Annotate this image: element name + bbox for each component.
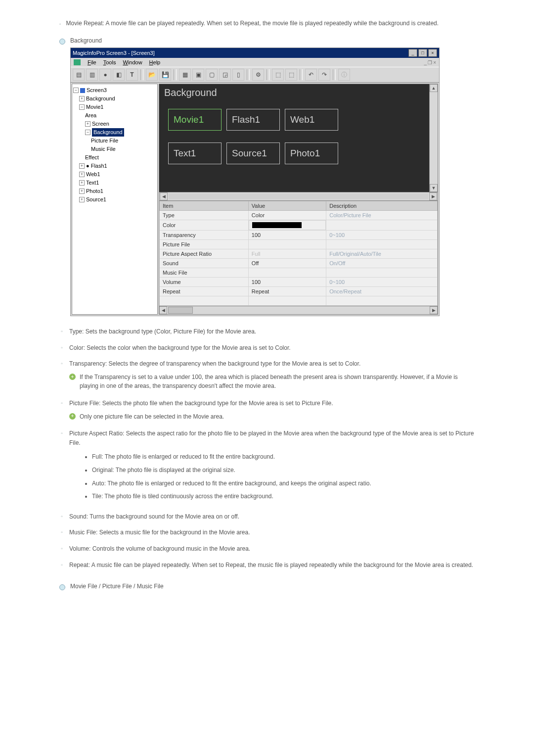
- prop-row-volume[interactable]: Volume1000~100: [160, 278, 438, 287]
- bullet-icon: ▫: [59, 514, 64, 521]
- tool-al4[interactable]: ▯: [232, 69, 244, 81]
- mdi-close-icon[interactable]: ×: [433, 60, 436, 65]
- tree-background[interactable]: + Background: [73, 94, 156, 103]
- prop-row-empty: [160, 296, 438, 306]
- tile-source1[interactable]: Source1: [226, 142, 280, 164]
- scroll-right-icon[interactable]: ▶: [429, 192, 437, 200]
- tile-text1[interactable]: Text1: [168, 142, 222, 164]
- intro-movie-repeat: ▫ Movie Repeat: A movie file can be play…: [59, 20, 475, 27]
- tool-info[interactable]: ⓘ: [338, 69, 350, 81]
- tree-text1[interactable]: + Text1: [73, 179, 156, 187]
- menu-file[interactable]: File: [88, 59, 96, 65]
- mdi-restore-icon[interactable]: ❐: [428, 60, 432, 65]
- tool-redo[interactable]: ↷: [318, 69, 330, 81]
- menu-window[interactable]: Window: [123, 59, 142, 65]
- tree-source1[interactable]: + Source1: [73, 195, 156, 204]
- toolbar-sep-2: [174, 69, 177, 80]
- tree-effect[interactable]: Effect: [73, 153, 156, 162]
- close-button[interactable]: ×: [428, 49, 437, 57]
- tool-al3[interactable]: ◲: [219, 69, 231, 81]
- props-scroll-h[interactable]: ◀ ▶: [159, 306, 438, 315]
- titlebar: MagicInfoPro Screen3 - [Screen3] _ □ ×: [71, 48, 439, 58]
- app-icon: [74, 59, 81, 65]
- toolbar-sep-5: [300, 69, 303, 80]
- tree-picture-file[interactable]: Picture File: [73, 137, 156, 145]
- prop-row-sound[interactable]: SoundOffOn/Off: [160, 259, 438, 268]
- props-scroll-thumb[interactable]: [168, 307, 193, 314]
- prop-row-color[interactable]: Color: [160, 220, 438, 231]
- doc-transparency-note: If the Transparency is set to a value un…: [80, 373, 475, 391]
- section-moviefiles-title: Movie File / Picture File / Music File: [70, 583, 164, 590]
- bullet-icon: ▫: [59, 400, 64, 422]
- tool-gear[interactable]: ⚙: [252, 69, 264, 81]
- doc-color: Color: Selects the color when the backgr…: [69, 343, 475, 353]
- tool-undo[interactable]: ↶: [305, 69, 317, 81]
- tree-flash1[interactable]: + ● Flash1: [73, 162, 156, 170]
- properties-panel: Item Value Description TypeColorColor/Pi…: [159, 201, 438, 306]
- toolbar: ▤ ▥ ● ◧ T 📂 💾 ▦ ▣ ▢ ◲ ▯ ⚙ ⬚ ⬚ ↶ ↷ ⓘ: [71, 67, 439, 83]
- prop-row-aspect[interactable]: Picture Aspect RatioFullFull/Original/Au…: [160, 249, 438, 259]
- mdi-minimize-icon[interactable]: _: [424, 60, 427, 65]
- tree-root[interactable]: − Screen3: [73, 86, 156, 94]
- props-scroll-left-icon[interactable]: ◀: [159, 306, 167, 314]
- menu-help[interactable]: Help: [149, 59, 161, 65]
- tool-snap[interactable]: ▦: [179, 69, 191, 81]
- toolbar-sep-3: [247, 69, 250, 80]
- doc-transparency: Transparency: Selects the degree of tran…: [69, 359, 475, 392]
- tree-photo1[interactable]: + Photo1: [73, 187, 156, 195]
- doc-volume: Volume: Controls the volume of backgroun…: [69, 544, 475, 554]
- tool-3[interactable]: ●: [99, 69, 111, 81]
- tree-area[interactable]: Area: [73, 111, 156, 120]
- canvas-area[interactable]: Background Movie1 Flash1 Web1 Text1 Sour…: [159, 84, 438, 192]
- props-scroll-right-icon[interactable]: ▶: [430, 306, 438, 314]
- app-window: MagicInfoPro Screen3 - [Screen3] _ □ × F…: [70, 47, 440, 316]
- tile-photo1[interactable]: Photo1: [285, 142, 338, 164]
- prop-row-type[interactable]: TypeColorColor/Picture File: [160, 211, 438, 220]
- tool-4[interactable]: ◧: [113, 69, 125, 81]
- section-moviefiles-head: Movie File / Picture File / Music File: [59, 582, 475, 590]
- tool-text[interactable]: T: [126, 69, 138, 81]
- tool-front[interactable]: ⬚: [272, 69, 284, 81]
- doc-picturefile: Picture File: Selects the photo file whe…: [69, 399, 475, 422]
- tool-2[interactable]: ▥: [86, 69, 98, 81]
- aspect-full: Full: The photo file is enlarged or redu…: [92, 452, 475, 462]
- tile-flash1[interactable]: Flash1: [226, 109, 280, 131]
- doc-picturefile-note: Only one picture file can be selected in…: [80, 412, 475, 422]
- bullet-icon: ▫: [59, 546, 64, 554]
- maximize-button[interactable]: □: [418, 49, 427, 57]
- minimize-button[interactable]: _: [408, 49, 417, 57]
- prop-row-picturefile[interactable]: Picture File: [160, 240, 438, 249]
- bullet-icon: ▫: [59, 329, 64, 336]
- tree-screen[interactable]: + Screen: [73, 120, 156, 128]
- tool-al2[interactable]: ▢: [206, 69, 218, 81]
- prop-row-transparency[interactable]: Transparency1000~100: [160, 231, 438, 240]
- tool-1[interactable]: ▤: [73, 69, 85, 81]
- tree-music-file[interactable]: Music File: [73, 145, 156, 153]
- prop-row-repeat[interactable]: RepeatRepeatOnce/Repeat: [160, 287, 438, 296]
- doc-repeat: Repeat: A music file can be played repea…: [69, 561, 475, 570]
- toolbar-sep-4: [267, 69, 269, 80]
- canvas-scroll-v[interactable]: ▲▼: [429, 84, 438, 192]
- canvas-scroll-h[interactable]: ◀▶: [159, 192, 438, 201]
- scroll-up-icon[interactable]: ▲: [430, 84, 438, 92]
- tile-web1[interactable]: Web1: [285, 109, 338, 131]
- toolbar-sep-6: [333, 69, 336, 80]
- tool-save[interactable]: 💾: [159, 69, 171, 81]
- tool-open[interactable]: 📂: [146, 69, 158, 81]
- tree-panel: − Screen3 + Background − Movie1 Area + S…: [72, 84, 158, 315]
- menu-tools[interactable]: Tools: [103, 59, 116, 65]
- color-swatch[interactable]: [252, 222, 302, 228]
- menubar: File Tools Window Help _ ❐ ×: [71, 58, 439, 67]
- props-header: Item Value Description: [160, 201, 438, 211]
- tree-background-sel[interactable]: − Background: [73, 128, 156, 137]
- scroll-down-icon[interactable]: ▼: [430, 184, 438, 192]
- prop-row-musicfile[interactable]: Music File: [160, 268, 438, 278]
- scroll-left-icon[interactable]: ◀: [160, 192, 168, 200]
- bullet-icon: ▫: [59, 562, 64, 570]
- tool-back[interactable]: ⬚: [285, 69, 297, 81]
- tool-al1[interactable]: ▣: [192, 69, 204, 81]
- bullet-icon: ▫: [59, 361, 64, 392]
- tree-movie1[interactable]: − Movie1: [73, 103, 156, 111]
- tile-movie1[interactable]: Movie1: [168, 109, 222, 131]
- tree-web1[interactable]: + Web1: [73, 170, 156, 179]
